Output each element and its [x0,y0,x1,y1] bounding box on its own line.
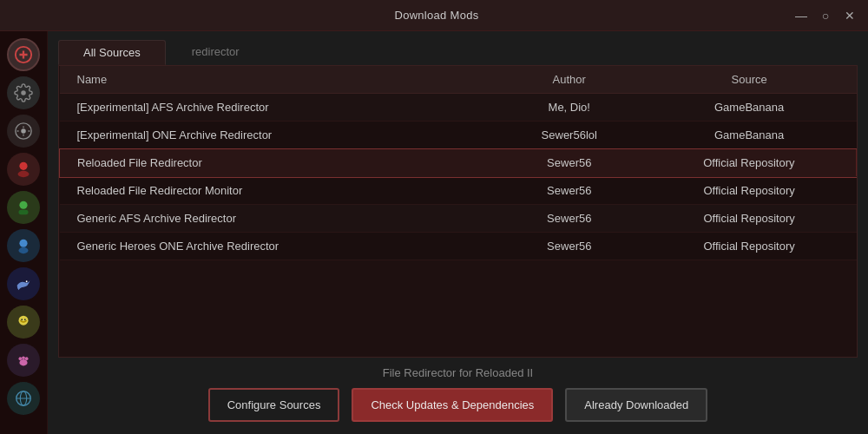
cell-author: Sewer56 [496,233,642,260]
cell-author: Sewer56 [496,149,642,177]
table-row[interactable]: [Experimental] ONE Archive Redirector Se… [60,122,857,149]
cell-author: Sewer56lol [496,122,642,149]
sidebar-settings-icon[interactable] [7,115,40,148]
cell-source: GameBanana [642,122,857,149]
sidebar-char2-icon[interactable] [7,191,40,224]
tab-all-sources[interactable]: All Sources [58,40,166,65]
mod-table: Name Author Source [Experimental] AFS Ar… [59,66,857,260]
col-author-header: Author [496,66,642,94]
svg-point-3 [21,128,26,134]
cell-author: Sewer56 [496,205,642,233]
sidebar-dolphin-icon[interactable] [7,267,40,300]
cell-source: Official Repository [642,177,857,205]
svg-point-12 [21,319,23,320]
tab-bar: All Sources redirector [48,31,868,65]
configure-sources-button[interactable]: Configure Sources [208,388,340,422]
sidebar-char3-icon[interactable] [7,229,40,262]
cell-name: Reloaded File Redirector Monitor [60,177,496,205]
content-area: All Sources redirector Name Author Sourc… [48,31,868,434]
svg-point-5 [18,171,30,177]
svg-point-10 [26,280,28,282]
cell-source: GameBanana [642,94,857,122]
svg-point-6 [19,201,27,209]
cell-source: Official Repository [642,149,857,177]
sidebar-paw-icon[interactable] [7,344,40,377]
cell-author: Sewer56 [496,177,642,205]
col-name-header: Name [60,66,496,94]
svg-point-14 [19,359,27,365]
svg-point-8 [19,240,27,247]
already-downloaded-button[interactable]: Already Downloaded [565,388,707,422]
sidebar-char1-icon[interactable] [7,153,40,186]
footer: File Redirector for Reloaded II Configur… [48,358,868,434]
table-row[interactable]: [Experimental] AFS Archive Redirector Me… [60,94,857,122]
svg-point-13 [24,319,26,320]
cell-name: [Experimental] ONE Archive Redirector [60,122,496,149]
tab-redirector[interactable]: redirector [168,40,264,65]
footer-label: File Redirector for Reloaded II [383,366,533,379]
mod-table-wrapper[interactable]: Name Author Source [Experimental] AFS Ar… [58,65,858,358]
cell-name: Reloaded File Redirector [60,149,496,177]
cell-name: Generic AFS Archive Redirector [60,205,496,233]
sidebar-char4-icon[interactable] [7,306,40,339]
table-row[interactable]: Generic Heroes ONE Archive Redirector Se… [60,233,857,260]
main-layout: All Sources redirector Name Author Sourc… [0,31,868,434]
window-title: Download Mods [394,9,478,22]
cell-name: Generic Heroes ONE Archive Redirector [60,233,496,260]
maximize-button[interactable]: ○ [818,9,833,23]
sidebar-globe-icon[interactable] [7,382,40,415]
table-row[interactable]: Generic AFS Archive Redirector Sewer56 O… [60,205,857,233]
cell-name: [Experimental] AFS Archive Redirector [60,94,496,122]
svg-rect-7 [19,210,29,215]
title-bar-controls: — ○ ✕ [793,9,858,23]
check-updates-button[interactable]: Check Updates & Dependencies [352,388,553,422]
svg-point-4 [19,162,27,170]
table-row[interactable]: Reloaded File Redirector Monitor Sewer56… [60,177,857,205]
cell-source: Official Repository [642,233,857,260]
sidebar-gear-icon[interactable] [7,76,40,109]
svg-point-17 [25,357,29,360]
svg-point-9 [19,247,29,253]
table-row[interactable]: Reloaded File Redirector Sewer56 Officia… [60,149,857,177]
svg-point-16 [22,356,25,359]
minimize-button[interactable]: — [793,9,809,23]
svg-point-11 [19,316,29,326]
cell-author: Me, Dio! [496,94,642,122]
close-button[interactable]: ✕ [842,9,858,23]
table-header-row: Name Author Source [60,66,857,94]
col-source-header: Source [642,66,857,94]
svg-point-15 [19,357,23,360]
sidebar-add-button[interactable] [7,38,40,71]
cell-source: Official Repository [642,205,857,233]
sidebar [0,31,48,434]
title-bar: Download Mods — ○ ✕ [0,0,868,31]
footer-buttons: Configure Sources Check Updates & Depend… [208,388,708,422]
